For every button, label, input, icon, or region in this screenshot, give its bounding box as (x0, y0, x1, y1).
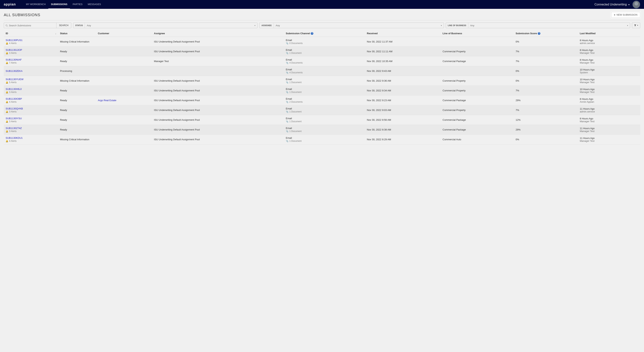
submission-id-link[interactable]: SUB1130PUS1 (6, 39, 56, 42)
documents-indicator: 📎1 Document (286, 52, 363, 54)
documents-indicator: 📎1 Document (286, 110, 363, 113)
modified-cell: 8 Hours Agoadmin.service (578, 37, 640, 47)
help-icon[interactable]: ? (311, 32, 313, 35)
lob-filter-value: Any (468, 24, 625, 27)
status-filter[interactable]: STATUS Any ▾ (73, 22, 258, 28)
help-icon[interactable]: ? (538, 32, 540, 35)
col-assignee[interactable]: Assignee (152, 30, 284, 37)
paperclip-icon: 📎 (286, 140, 288, 142)
customer-link[interactable]: Argo Real Estate (98, 99, 116, 102)
modified-by: System (580, 71, 638, 74)
score-cell: 7% (514, 86, 578, 96)
nav-parties[interactable]: PARTIES (70, 0, 85, 9)
col-status[interactable]: Status (58, 30, 96, 37)
submission-id-link[interactable]: SUB1130ZEKA (6, 70, 56, 72)
table-row: SUB1130ZEKAProcessingEmail📎4 DocumentsNo… (4, 66, 640, 76)
nav-my-workbench[interactable]: MY WORKBENCH (23, 0, 48, 9)
search-input[interactable] (9, 24, 55, 27)
channel-cell: Email📎0 Documents (284, 37, 365, 47)
col-id[interactable]: ID↓ (4, 30, 58, 37)
modified-by: Manager Test (580, 120, 638, 123)
assignee-cell: ISU Underwriting Default Assignment Pool (152, 115, 284, 125)
alerts-count: 4 Alerts (9, 100, 16, 103)
submission-id-link[interactable]: SUB1130KDU1 (6, 136, 56, 139)
col-customer[interactable]: Customer (96, 30, 152, 37)
paperclip-icon: 📎 (286, 72, 288, 74)
alerts-count: 7 Alerts (9, 62, 16, 64)
modified-by: Manager Test (580, 130, 638, 132)
submission-id-link[interactable]: SUB1130IYSU (6, 117, 56, 120)
nav-messages[interactable]: MESSAGES (85, 0, 104, 9)
assignee-cell: ISU Underwriting Default Assignment Pool (152, 37, 284, 47)
score-cell: 29% (514, 96, 578, 105)
documents-indicator: 📎1 Document (286, 140, 363, 142)
lob-cell: Commercial Property (441, 76, 514, 86)
modified-by: Manager Test (580, 91, 638, 94)
submission-id-link[interactable]: SUB1130YUEW (6, 78, 56, 81)
documents-count: 4 Documents (290, 62, 303, 64)
channel-value: Email (286, 68, 363, 71)
modified-time: 10 Hours Ago (580, 68, 638, 71)
table-row: SUB1130NIAF🔔7 AlertsReadyManager TestEma… (4, 56, 640, 66)
channel-cell: Email📎1 Document (284, 135, 365, 144)
documents-count: 1 Document (290, 130, 302, 132)
status-cell: Ready (58, 105, 96, 115)
col-score-label: Submission Score (516, 32, 537, 35)
submission-id-link[interactable]: SUB1130JJOP (6, 48, 56, 51)
customer-cell: Argo Real Estate (96, 96, 152, 105)
col-received[interactable]: Received (365, 30, 441, 37)
modified-by: Manager Test (580, 52, 638, 54)
status-cell: Ready (58, 115, 96, 125)
modified-cell: 11 Hours AgoManager Test (578, 135, 640, 144)
documents-indicator: 📎1 Document (286, 91, 363, 94)
col-channel[interactable]: Submission Channel? (284, 30, 365, 37)
channel-cell: Email📎1 Document (284, 105, 365, 115)
score-cell: 7% (514, 56, 578, 66)
received-cell: Nov 30, 2022 9:36 AM (365, 76, 441, 86)
site-switcher[interactable]: Connected Underwriting (594, 3, 630, 6)
alerts-count: 3 Alerts (9, 52, 16, 54)
paperclip-icon: 📎 (286, 91, 288, 94)
col-score[interactable]: Submission Score? (514, 30, 578, 37)
nav-submissions[interactable]: SUBMISSIONS (48, 0, 70, 9)
channel-cell: Email📎4 Documents (284, 66, 365, 76)
filter-options-button[interactable] (632, 22, 640, 28)
score-cell: 0% (514, 37, 578, 47)
received-cell: Nov 30, 2022 9:43 AM (365, 66, 441, 76)
status-filter-value: Any (85, 24, 252, 27)
assignee-cell: ISU Underwriting Default Assignment Pool (152, 76, 284, 86)
lob-filter[interactable]: LINE OF BUSINESS Any ▾ (446, 22, 630, 28)
logo[interactable]: appian (4, 2, 16, 6)
search-button[interactable]: SEARCH (56, 22, 71, 28)
alerts-count: 5 Alerts (9, 81, 16, 84)
main-nav: MY WORKBENCH SUBMISSIONS PARTIES MESSAGE… (23, 0, 104, 9)
documents-count: 0 Documents (290, 42, 303, 44)
bell-icon: 🔔 (6, 110, 8, 113)
submission-id-link[interactable]: SUB1130H6JJ (6, 88, 56, 90)
submission-id-link[interactable]: SUB1130IOBP (6, 98, 56, 100)
assignee-cell: ISU Underwriting Default Assignment Pool (152, 105, 284, 115)
submission-id-link[interactable]: SUB11302T4Z (6, 127, 56, 130)
bell-icon: 🔔 (6, 101, 8, 103)
alerts-indicator: 🔔7 Alerts (6, 62, 56, 64)
modified-by: Annie Appian (580, 100, 638, 103)
col-id-label: ID (6, 32, 8, 35)
col-modified[interactable]: Last Modified (578, 30, 640, 37)
customer-cell (96, 125, 152, 135)
chevron-down-icon: ▾ (252, 24, 257, 26)
received-cell: Nov 30, 2022 9:34 AM (365, 86, 441, 96)
avatar[interactable] (632, 0, 640, 8)
paperclip-icon: 📎 (286, 81, 288, 84)
submission-id-link[interactable]: SUB1130NIAF (6, 58, 56, 61)
documents-count: 1 Document (290, 110, 302, 113)
col-lob[interactable]: Line of Business (441, 30, 514, 37)
new-submission-button[interactable]: + NEW SUBMISSION (611, 12, 640, 18)
channel-cell: Email📎1 Document (284, 125, 365, 135)
status-filter-label: STATUS (73, 23, 85, 28)
customer-cell (96, 37, 152, 47)
submission-id-link[interactable]: SUB1130QVKB (6, 107, 56, 110)
modified-cell: 8 Hours AgoManager Test (578, 47, 640, 56)
assignee-filter[interactable]: ASSIGNEE Any ▾ (259, 22, 444, 28)
customer-cell (96, 56, 152, 66)
assignee-filter-value: Any (274, 24, 439, 27)
